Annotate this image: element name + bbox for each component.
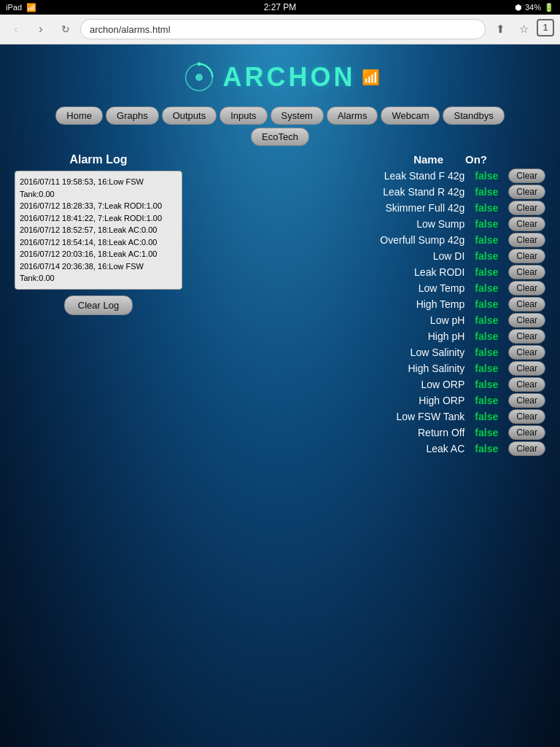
alarm-row: Low Salinity false Clear — [197, 345, 545, 360]
nav-inputs[interactable]: Inputs — [219, 107, 267, 125]
battery-percentage: 34% — [525, 3, 541, 12]
alarm-value: false — [475, 218, 508, 230]
alarms-section: Name On? Leak Stand F 42g false Clear Le… — [197, 153, 545, 457]
alarm-row: Low pH false Clear — [197, 313, 545, 328]
alarm-name: Return Off — [197, 427, 475, 438]
battery-icon: 🔋 — [544, 3, 554, 12]
alarm-value: false — [475, 202, 508, 214]
main-nav: Home Graphs Outputs Inputs System Alarms… — [7, 107, 553, 125]
nav-graphs[interactable]: Graphs — [106, 107, 159, 125]
alarm-clear-button[interactable]: Clear — [508, 345, 545, 360]
alarm-clear-button[interactable]: Clear — [508, 217, 545, 231]
alarm-clear-button[interactable]: Clear — [508, 201, 545, 215]
nav-home[interactable]: Home — [55, 107, 103, 125]
alarm-name: Low Salinity — [197, 347, 475, 358]
wifi-icon: 📶 — [26, 3, 36, 12]
alarm-value: false — [475, 443, 508, 454]
url-text: archon/alarms.html — [90, 24, 171, 35]
time-display: 2:27 PM — [264, 2, 297, 12]
alarm-name: Leak Stand R 42g — [197, 186, 475, 198]
alarm-name: High pH — [197, 330, 475, 342]
alarm-log-box: 2016/07/11 19:58:53, 16:Low FSW Tank:0.0… — [15, 171, 182, 290]
archon-title: ARCHON — [223, 62, 356, 93]
alarm-clear-button[interactable]: Clear — [508, 281, 545, 295]
alarm-row: Low ORP false Clear — [197, 377, 545, 392]
alarm-clear-button[interactable]: Clear — [508, 313, 545, 328]
svg-point-1 — [195, 74, 203, 81]
alarm-row: Overfull Sump 42g false Clear — [197, 233, 545, 247]
url-bar[interactable]: archon/alarms.html — [80, 19, 486, 39]
main-content: Alarm Log 2016/07/11 19:58:53, 16:Low FS… — [7, 153, 553, 457]
alarm-value: false — [475, 282, 508, 294]
alarm-clear-button[interactable]: Clear — [508, 249, 545, 263]
alarm-name: High Salinity — [197, 363, 475, 374]
alarm-value: false — [475, 330, 508, 342]
nav-alarms[interactable]: Alarms — [327, 107, 378, 125]
carrier-label: iPad — [6, 3, 22, 12]
back-button[interactable]: ‹ — [6, 19, 26, 39]
alarm-clear-button[interactable]: Clear — [508, 441, 545, 456]
alarm-clear-button[interactable]: Clear — [508, 377, 545, 392]
alarm-row: High ORP false Clear — [197, 393, 545, 408]
alarm-value: false — [475, 395, 508, 406]
alarm-name: Low DI — [197, 250, 475, 262]
browser-chrome: ‹ › ↻ archon/alarms.html ⬆ ☆ 1 — [0, 15, 560, 44]
share-button[interactable]: ⬆ — [490, 19, 510, 39]
alarm-clear-button[interactable]: Clear — [508, 233, 545, 247]
alarm-value: false — [475, 363, 508, 374]
alarm-clear-button[interactable]: Clear — [508, 425, 545, 440]
alarm-clear-button[interactable]: Clear — [508, 169, 545, 183]
clear-log-button[interactable]: Clear Log — [64, 295, 133, 315]
col-on-header: On? — [465, 153, 545, 166]
nav-outputs[interactable]: Outputs — [162, 107, 217, 125]
alarm-clear-button[interactable]: Clear — [508, 297, 545, 311]
alarm-row: Leak Stand R 42g false Clear — [197, 185, 545, 199]
alarm-name: High ORP — [197, 395, 475, 406]
alarm-value: false — [475, 314, 508, 326]
bookmark-button[interactable]: ☆ — [513, 19, 534, 39]
alarm-clear-button[interactable]: Clear — [508, 393, 545, 408]
alarm-name: Low Sump — [197, 218, 475, 230]
alarms-rows: Leak Stand F 42g false Clear Leak Stand … — [197, 169, 545, 456]
alarm-row: High pH false Clear — [197, 329, 545, 344]
alarm-value: false — [475, 250, 508, 262]
page-content: ARCHON 📶 Home Graphs Outputs Inputs Syst… — [0, 44, 560, 465]
alarm-value: false — [475, 186, 508, 198]
alarm-row: Low FSW Tank false Clear — [197, 409, 545, 424]
logo-area: ARCHON 📶 — [7, 52, 553, 99]
col-name-header: Name — [197, 153, 465, 166]
alarm-row: High Temp false Clear — [197, 297, 545, 311]
alarm-clear-button[interactable]: Clear — [508, 185, 545, 199]
alarm-clear-button[interactable]: Clear — [508, 329, 545, 344]
forward-button[interactable]: › — [31, 19, 51, 39]
alarm-name: Low FSW Tank — [197, 411, 475, 422]
alarm-name: Low Temp — [197, 282, 475, 294]
alarm-name: Leak Stand F 42g — [197, 170, 475, 182]
alarm-name: Leak AC — [197, 443, 475, 454]
alarm-value: false — [475, 298, 508, 310]
alarm-name: Low pH — [197, 314, 475, 326]
alarm-log-section: Alarm Log 2016/07/11 19:58:53, 16:Low FS… — [15, 153, 182, 315]
alarms-table-header: Name On? — [197, 153, 545, 166]
wifi-signal-icon: 📶 — [362, 69, 380, 86]
status-bar: iPad 📶 2:27 PM ⬢ 34% 🔋 — [0, 0, 560, 15]
tab-count[interactable]: 1 — [537, 19, 554, 36]
alarm-log-title: Alarm Log — [15, 153, 182, 166]
alarm-row: Leak Stand F 42g false Clear — [197, 169, 545, 183]
nav-standbys[interactable]: Standbys — [443, 107, 504, 125]
alarm-row: High Salinity false Clear — [197, 361, 545, 376]
alarm-row: Low Temp false Clear — [197, 281, 545, 295]
nav-row2: EcoTech — [7, 128, 553, 146]
reload-button[interactable]: ↻ — [55, 19, 76, 39]
svg-point-2 — [197, 62, 201, 66]
alarm-clear-button[interactable]: Clear — [508, 361, 545, 376]
alarm-row: Skimmer Full 42g false Clear — [197, 201, 545, 215]
alarm-clear-button[interactable]: Clear — [508, 409, 545, 424]
alarm-clear-button[interactable]: Clear — [508, 265, 545, 279]
nav-webcam[interactable]: Webcam — [381, 107, 440, 125]
alarm-name: Overfull Sump 42g — [197, 234, 475, 246]
alarm-value: false — [475, 411, 508, 422]
nav-system[interactable]: System — [271, 107, 324, 125]
alarm-name: High Temp — [197, 298, 475, 310]
nav-ecotech[interactable]: EcoTech — [251, 128, 309, 146]
